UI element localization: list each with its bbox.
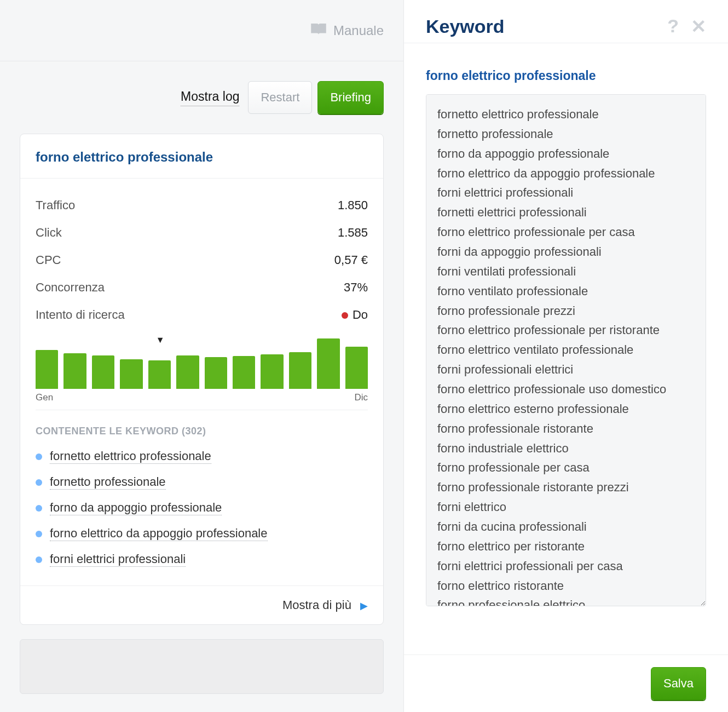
stat-label: Traffico bbox=[36, 198, 75, 213]
right-pane: Keyword ? ✕ forno elettrico professional… bbox=[404, 0, 728, 712]
stat-label: Click bbox=[36, 226, 62, 240]
trend-chart: ▼ Gen Dic bbox=[36, 336, 368, 410]
left-pane: Manuale Mostra log Restart Briefing forn… bbox=[0, 0, 404, 712]
bullet-icon bbox=[36, 453, 42, 460]
card-footer: Mostra di più ▶ bbox=[20, 585, 383, 624]
stat-cpc: CPC 0,57 € bbox=[36, 246, 368, 274]
chart-bar bbox=[36, 350, 58, 389]
keywords-section-label: CONTENENTE LE KEYWORD (302) bbox=[20, 410, 383, 440]
keyword-link[interactable]: forno da appoggio professionale bbox=[50, 501, 222, 515]
list-item: fornetto elettrico professionale bbox=[36, 444, 368, 469]
chart-bar bbox=[205, 357, 227, 389]
chart-bar bbox=[233, 356, 255, 389]
help-icon[interactable]: ? bbox=[667, 15, 679, 37]
placeholder-card bbox=[20, 639, 384, 694]
chart-bar bbox=[63, 353, 86, 389]
intent-text: Do bbox=[353, 308, 368, 321]
stat-value: Do bbox=[342, 308, 368, 322]
stat-competition: Concorrenza 37% bbox=[36, 274, 368, 301]
show-more-link[interactable]: Mostra di più ▶ bbox=[282, 598, 368, 612]
chart-bar bbox=[317, 338, 339, 389]
bullet-icon bbox=[36, 479, 42, 486]
stat-traffic: Traffico 1.850 bbox=[36, 192, 368, 219]
keyword-textarea[interactable] bbox=[426, 94, 706, 606]
chart-bar bbox=[148, 360, 171, 389]
panel-keyword-title: forno elettrico professionale bbox=[426, 68, 706, 83]
show-log-link[interactable]: Mostra log bbox=[181, 89, 239, 106]
panel-title: Keyword bbox=[426, 16, 505, 37]
x-start: Gen bbox=[36, 392, 53, 403]
intent-dot-icon bbox=[342, 312, 348, 319]
panel-header: Keyword ? ✕ bbox=[404, 0, 728, 43]
save-button[interactable]: Salva bbox=[651, 667, 706, 700]
chart-bar bbox=[261, 354, 283, 389]
stat-intent: Intento di ricerca Do bbox=[36, 301, 368, 329]
chart-bar bbox=[176, 355, 199, 389]
keyword-link[interactable]: forni elettrici professionali bbox=[50, 552, 186, 567]
actions-row: Mostra log Restart Briefing bbox=[0, 61, 403, 130]
card-title: forno elettrico professionale bbox=[20, 134, 383, 179]
keyword-list: fornetto elettrico professionalefornetto… bbox=[20, 440, 383, 585]
bullet-icon bbox=[36, 505, 42, 512]
stat-value: 1.850 bbox=[338, 198, 368, 213]
manual-link[interactable]: Manuale bbox=[333, 23, 384, 38]
show-more-label: Mostra di più bbox=[282, 598, 351, 612]
stat-value: 37% bbox=[344, 280, 368, 295]
stat-value: 1.585 bbox=[338, 226, 368, 240]
bullet-icon bbox=[36, 531, 42, 537]
manual-icon bbox=[310, 22, 327, 39]
stat-value: 0,57 € bbox=[334, 253, 368, 267]
keyword-link[interactable]: fornetto professionale bbox=[50, 475, 166, 490]
briefing-button[interactable]: Briefing bbox=[317, 81, 384, 114]
bullet-icon bbox=[36, 556, 42, 563]
list-item: forno da appoggio professionale bbox=[36, 495, 368, 521]
chevron-right-icon: ▶ bbox=[360, 600, 368, 611]
chart-bar bbox=[345, 347, 368, 389]
list-item: forni elettrici professionali bbox=[36, 547, 368, 572]
stat-click: Click 1.585 bbox=[36, 219, 368, 246]
keyword-link[interactable]: forno elettrico da appoggio professional… bbox=[50, 526, 268, 541]
list-item: fornetto professionale bbox=[36, 469, 368, 495]
card-body: Traffico 1.850 Click 1.585 CPC 0,57 € Co… bbox=[20, 179, 383, 410]
stat-label: CPC bbox=[36, 253, 61, 267]
panel-body: forno elettrico professionale bbox=[404, 55, 728, 641]
x-end: Dic bbox=[354, 392, 368, 403]
keyword-link[interactable]: fornetto elettrico professionale bbox=[50, 449, 211, 464]
stat-label: Intento di ricerca bbox=[36, 308, 125, 322]
chart-bar bbox=[92, 355, 114, 389]
close-icon[interactable]: ✕ bbox=[691, 15, 706, 37]
chart-bar bbox=[120, 359, 142, 389]
keyword-card: forno elettrico professionale Traffico 1… bbox=[20, 134, 384, 625]
chart-bar bbox=[289, 352, 311, 389]
topbar: Manuale bbox=[0, 0, 403, 61]
restart-button[interactable]: Restart bbox=[248, 81, 312, 114]
panel-footer: Salva bbox=[404, 654, 728, 712]
list-item: forno elettrico da appoggio professional… bbox=[36, 521, 368, 547]
caret-down-icon: ▼ bbox=[156, 335, 165, 345]
stat-label: Concorrenza bbox=[36, 280, 105, 295]
